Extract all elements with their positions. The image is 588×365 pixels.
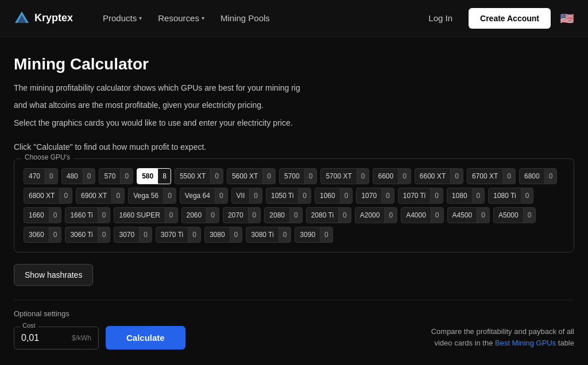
gpu-count: 0 [450, 169, 463, 184]
gpu-name: 1070 [357, 192, 381, 200]
gpu-item[interactable]: 5808 [137, 168, 171, 184]
gpu-count: 0 [340, 188, 353, 203]
gpu-item[interactable]: 30700 [114, 227, 152, 243]
gpu-count: 0 [502, 169, 515, 184]
nav-actions: Log In Create Account 🇺🇸 [421, 8, 574, 29]
gpu-item[interactable]: 20600 [181, 207, 219, 223]
gpu-name: 580 [137, 172, 158, 180]
page-desc-2: and what altcoins are the most profitabl… [14, 99, 574, 111]
gpu-item[interactable]: 16600 [24, 207, 61, 223]
gpu-count: 0 [523, 208, 536, 223]
gpu-name: 2080 Ti [307, 211, 338, 219]
gpu-count: 0 [206, 208, 219, 223]
gpu-item[interactable]: A50000 [493, 207, 536, 223]
gpu-name: 6900 XT [76, 192, 111, 200]
gpu-item[interactable]: A45000 [447, 207, 490, 223]
language-flag[interactable]: 🇺🇸 [560, 11, 574, 25]
gpu-name: 1660 Ti [65, 211, 97, 219]
gpu-name: 3070 Ti [156, 231, 188, 239]
page-instructions-2: Click "Calculate" to find out how much p… [14, 141, 574, 153]
gpu-item[interactable]: 30600 [24, 227, 61, 243]
gpu-item[interactable]: 10600 [315, 188, 353, 204]
gpu-item[interactable]: 5600 XT0 [227, 168, 276, 184]
gpu-item[interactable]: 20700 [223, 207, 261, 223]
gpu-item[interactable]: 20800 [264, 207, 302, 223]
gpu-count: 0 [384, 208, 397, 223]
gpu-item[interactable]: 1660 Ti0 [65, 207, 110, 223]
calculate-button[interactable]: Calculate [106, 326, 185, 350]
gpu-item[interactable]: 1050 Ti0 [266, 188, 311, 204]
gpu-count: 0 [45, 169, 57, 184]
gpu-item[interactable]: 66000 [373, 168, 411, 184]
products-chevron-icon: ▾ [139, 15, 142, 21]
gpu-name: 1660 SUPER [114, 211, 164, 219]
gpu-count: 0 [120, 169, 133, 184]
gpu-count: 0 [249, 188, 262, 203]
show-hashrates-button[interactable]: Show hashrates [14, 264, 93, 286]
nav-products[interactable]: Products ▾ [96, 9, 149, 28]
gpu-item[interactable]: A40000 [401, 207, 443, 223]
login-button[interactable]: Log In [421, 9, 459, 28]
gpu-item[interactable]: 6900 XT0 [76, 188, 125, 204]
gpu-item[interactable]: VII0 [231, 188, 262, 204]
gpu-item[interactable]: 4700 [24, 168, 58, 184]
gpu-item[interactable]: 1660 SUPER0 [114, 207, 177, 223]
gpu-item[interactable]: 3060 Ti0 [65, 227, 110, 243]
gpu-count: 0 [98, 227, 110, 242]
gpu-item[interactable]: 30900 [295, 227, 332, 243]
gpu-item[interactable]: 5700 [99, 168, 133, 184]
gpu-item[interactable]: 10700 [356, 188, 394, 204]
gpu-item[interactable]: A20000 [355, 207, 397, 223]
gpu-name: A5000 [494, 211, 523, 219]
gpu-count: 0 [320, 227, 332, 242]
gpu-item[interactable]: 5500 XT0 [175, 168, 223, 184]
gpu-selector: Choose GPU's 47004800570058085500 XT0560… [14, 158, 574, 253]
gpu-item[interactable]: 2080 Ti0 [306, 207, 351, 223]
gpu-item[interactable]: 68000 [519, 168, 557, 184]
gpu-count: 0 [430, 188, 443, 203]
gpu-count: 0 [163, 188, 176, 203]
gpu-name: A4500 [448, 211, 477, 219]
nav-resources[interactable]: Resources ▾ [151, 9, 211, 28]
gpu-count: 0 [357, 169, 369, 184]
best-mining-gpus-link[interactable]: Best Mining GPUs [495, 339, 556, 347]
gpu-item[interactable]: Vega 640 [180, 188, 228, 204]
gpu-count: 0 [139, 227, 152, 242]
cost-unit: $/kWh [72, 334, 91, 342]
gpu-name: 5600 XT [227, 172, 262, 180]
main-content: Mining Calculator The mining profitabili… [0, 37, 588, 363]
gpu-item[interactable]: Vega 560 [128, 188, 176, 204]
cost-field: Cost $/kWh [14, 327, 99, 350]
gpu-item[interactable]: 10800 [447, 188, 485, 204]
gpu-name: 570 [99, 172, 120, 180]
gpu-item[interactable]: 6700 XT0 [467, 168, 516, 184]
gpu-name: 1080 [447, 192, 472, 200]
gpu-count: 0 [230, 227, 242, 242]
gpu-item[interactable]: 57000 [279, 168, 317, 184]
gpu-item[interactable]: 3070 Ti0 [156, 227, 201, 243]
gpu-name: 1660 [24, 211, 49, 219]
gpu-item[interactable]: 3080 Ti0 [246, 227, 291, 243]
gpu-count: 0 [165, 208, 177, 223]
cost-input-row: $/kWh [21, 333, 91, 343]
create-account-button[interactable]: Create Account [469, 8, 551, 29]
gpu-count: 0 [83, 169, 95, 184]
gpu-item[interactable]: 4800 [61, 168, 96, 184]
cost-input[interactable] [21, 333, 67, 343]
gpu-count: 0 [544, 169, 557, 184]
nav-mining-pools[interactable]: Mining Pools [214, 9, 277, 28]
gpu-count: 0 [338, 208, 351, 223]
gpu-name: 3080 [205, 231, 230, 239]
gpu-name: Vega 56 [129, 192, 163, 200]
gpu-name: 6600 XT [415, 172, 450, 180]
gpu-name: 1080 Ti [489, 192, 520, 200]
nav-links: Products ▾ Resources ▾ Mining Pools [96, 9, 421, 28]
gpu-item[interactable]: 6600 XT0 [415, 168, 463, 184]
logo[interactable]: Kryptex [14, 10, 73, 26]
gpu-item[interactable]: 6800 XT0 [24, 188, 72, 204]
gpu-item[interactable]: 30800 [204, 227, 242, 243]
gpu-item[interactable]: 1070 Ti0 [398, 188, 443, 204]
gpu-item[interactable]: 5700 XT0 [320, 168, 369, 184]
gpu-item[interactable]: 1080 Ti0 [488, 188, 533, 204]
resources-chevron-icon: ▾ [202, 15, 204, 21]
